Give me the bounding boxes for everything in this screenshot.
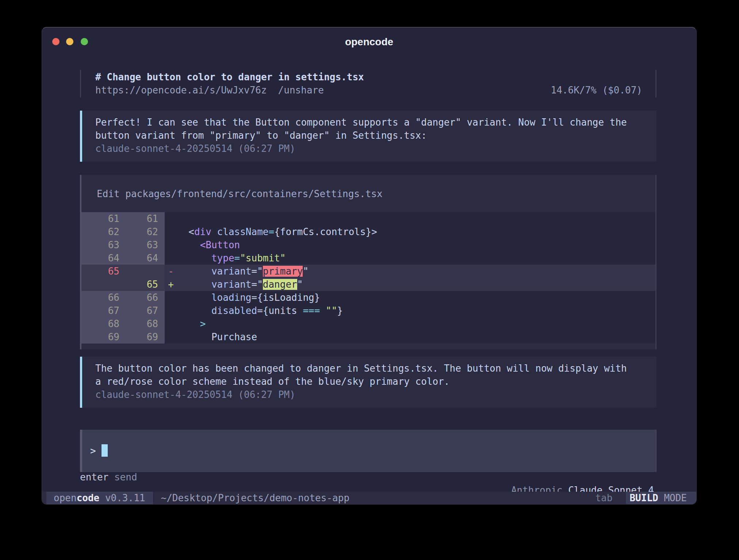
- diff-row: 6161: [81, 212, 655, 225]
- tab-key-hint: tab: [595, 492, 612, 504]
- code-line: <div className={formCs.controls}>: [177, 225, 655, 238]
- diff-gutter: 6969: [81, 330, 165, 344]
- old-line-number: 68: [81, 317, 119, 330]
- unshare-command[interactable]: /unshare: [278, 84, 324, 97]
- code-line: Purchase: [177, 330, 655, 344]
- new-line-number: 67: [119, 304, 165, 317]
- new-line-number: 63: [119, 238, 165, 252]
- diff-marker: +: [165, 278, 177, 291]
- send-hint-label: send: [114, 471, 137, 484]
- code-line: >: [177, 317, 655, 330]
- new-line-number: 62: [119, 225, 165, 238]
- mode-chip: BUILD MODE: [626, 492, 696, 504]
- message-model-meta: claude-sonnet-4-20250514 (06:27 PM): [95, 388, 649, 401]
- new-line-number: 65: [119, 278, 165, 291]
- hint-row: enter send Anthropic Claude Sonnet 4: [80, 471, 656, 484]
- diff-gutter: 65: [81, 265, 165, 278]
- diff-marker: [165, 330, 177, 344]
- new-line-number: 66: [119, 291, 165, 304]
- diff-view: 61616262 <div className={formCs.controls…: [81, 212, 655, 344]
- diff-gutter: 6363: [81, 238, 165, 252]
- brand-code: code: [77, 492, 100, 504]
- share-url-link[interactable]: https://opencode.ai/s/UwJxv76z: [95, 84, 267, 97]
- text-cursor: [102, 444, 108, 457]
- brand-open: open: [54, 492, 77, 504]
- old-line-number: 66: [81, 291, 119, 304]
- old-line-number: 64: [81, 252, 119, 265]
- old-line-number: 69: [81, 330, 119, 344]
- new-line-number: 61: [119, 212, 165, 225]
- code-line: variant="primary": [177, 265, 655, 278]
- window-title: opencode: [42, 36, 696, 48]
- diff-row: 6868 >: [81, 317, 655, 330]
- enter-key-hint: enter: [80, 471, 108, 484]
- diff-gutter: 6262: [81, 225, 165, 238]
- diff-row: 6464 type="submit": [81, 252, 655, 265]
- code-line: [177, 212, 655, 225]
- diff-gutter: 6868: [81, 317, 165, 330]
- old-line-number: 61: [81, 212, 119, 225]
- app-version: v0.3.11: [105, 492, 145, 504]
- diff-gutter: 6767: [81, 304, 165, 317]
- diff-row: 6262 <div className={formCs.controls}>: [81, 225, 655, 238]
- edit-file-path: Edit packages/frontend/src/containers/Se…: [81, 175, 655, 212]
- diff-row: 6969 Purchase: [81, 330, 655, 344]
- edit-tool-card: Edit packages/frontend/src/containers/Se…: [80, 175, 656, 349]
- new-line-number: 64: [119, 252, 165, 265]
- diff-row: 6666 loading={isLoading}: [81, 291, 655, 304]
- message-text-line: Perfect! I can see that the Button compo…: [95, 116, 649, 129]
- diff-gutter: 6666: [81, 291, 165, 304]
- diff-marker: [165, 291, 177, 304]
- message-text-line: button variant from "primary" to "danger…: [95, 129, 649, 142]
- message-text-line: a red/rose color scheme instead of the b…: [95, 375, 649, 388]
- diff-row: 6767 disabled={units === ""}: [81, 304, 655, 317]
- assistant-message: Perfect! I can see that the Button compo…: [80, 111, 656, 162]
- diff-gutter: 65: [81, 278, 165, 291]
- diff-marker: [165, 252, 177, 265]
- old-line-number: 62: [81, 225, 119, 238]
- diff-marker: -: [165, 265, 177, 278]
- diff-marker: [165, 317, 177, 330]
- assistant-message: The button color has been changed to dan…: [80, 357, 656, 408]
- diff-row: 6363 <Button: [81, 238, 655, 252]
- status-bar: opencode v0.3.11 ~/Desktop/Projects/demo…: [42, 492, 696, 504]
- message-text-line: The button color has been changed to dan…: [95, 362, 649, 375]
- mode-label: MODE: [664, 492, 687, 504]
- diff-marker: [165, 225, 177, 238]
- diff-marker: [165, 304, 177, 317]
- diff-gutter: 6161: [81, 212, 165, 225]
- diff-row: 65+ variant="danger": [81, 278, 655, 291]
- opencode-window: opencode # Change button color to danger…: [42, 27, 697, 505]
- session-header: # Change button color to danger in setti…: [80, 70, 656, 97]
- message-model-meta: claude-sonnet-4-20250514 (06:27 PM): [95, 142, 649, 155]
- mode-name: BUILD: [629, 492, 658, 504]
- old-line-number: 65: [81, 265, 119, 278]
- code-line: variant="danger": [177, 278, 655, 291]
- code-line: loading={isLoading}: [177, 291, 655, 304]
- working-directory: ~/Desktop/Projects/demo-notes-app: [161, 492, 349, 504]
- app-version-chip: opencode v0.3.11: [46, 492, 153, 504]
- prompt-input[interactable]: >: [80, 430, 656, 472]
- prompt-caret: >: [90, 445, 96, 456]
- session-title: # Change button color to danger in setti…: [95, 70, 642, 84]
- diff-gutter: 6464: [81, 252, 165, 265]
- old-line-number: [81, 278, 119, 291]
- diff-row: 65- variant="primary": [81, 265, 655, 278]
- code-line: type="submit": [177, 252, 655, 265]
- new-line-number: 68: [119, 317, 165, 330]
- new-line-number: 69: [119, 330, 165, 344]
- model-indicator: Anthropic Claude Sonnet 4: [465, 471, 656, 484]
- diff-marker: [165, 238, 177, 252]
- old-line-number: 63: [81, 238, 119, 252]
- share-line: https://opencode.ai/s/UwJxv76z /unshare …: [95, 84, 642, 97]
- diff-marker: [165, 212, 177, 225]
- token-usage-stats: 14.6K/7% ($0.07): [551, 84, 642, 97]
- desktop-background: opencode # Change button color to danger…: [0, 0, 739, 560]
- old-line-number: 67: [81, 304, 119, 317]
- code-line: disabled={units === ""}: [177, 304, 655, 317]
- new-line-number: [119, 265, 165, 278]
- code-line: <Button: [177, 238, 655, 252]
